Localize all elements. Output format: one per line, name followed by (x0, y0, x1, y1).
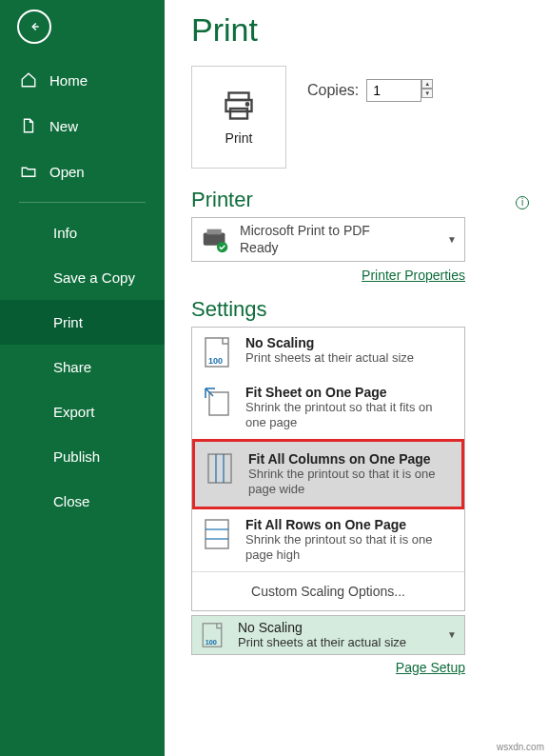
svg-rect-2 (230, 109, 247, 119)
scaling-item-title: No Scaling (245, 335, 414, 350)
nav-divider (19, 202, 146, 203)
print-button-label: Print (225, 130, 253, 146)
nav-open[interactable]: Open (0, 149, 165, 194)
scaling-selected-title: No Scaling (238, 620, 447, 635)
printer-status-icon (200, 227, 232, 253)
svg-rect-5 (207, 229, 222, 234)
nav-export[interactable]: Export (0, 389, 165, 434)
svg-rect-10 (208, 454, 231, 483)
scaling-item-title: Fit All Rows on One Page (245, 517, 455, 532)
nav-close[interactable]: Close (0, 479, 165, 524)
scaling-item-sub: Shrink the printout so that it is one pa… (245, 532, 455, 564)
fit-rows-icon (202, 517, 232, 551)
print-button[interactable]: Print (191, 66, 286, 169)
scaling-item-sub: Shrink the printout so that it fits on o… (245, 400, 455, 431)
scaling-fit-sheet[interactable]: Fit Sheet on One Page Shrink the printou… (192, 377, 464, 439)
scaling-fit-rows[interactable]: Fit All Rows on One Page Shrink the prin… (192, 509, 464, 571)
chevron-down-icon: ▼ (447, 629, 457, 640)
svg-rect-13 (206, 520, 228, 548)
nav-info[interactable]: Info (0, 210, 165, 255)
nav-new-label: New (49, 118, 78, 134)
backstage-sidebar: Home New Open Info Save a Copy Print Sha… (0, 0, 165, 756)
printer-selector[interactable]: Microsoft Print to PDF Ready ▼ (191, 217, 465, 262)
watermark: wsxdn.com (497, 742, 544, 752)
back-button[interactable] (17, 10, 51, 44)
scaling-selected-sub: Print sheets at their actual size (238, 635, 447, 650)
page-setup-link[interactable]: Page Setup (396, 660, 465, 675)
nav-open-label: Open (49, 164, 85, 180)
nav-new[interactable]: New (0, 103, 165, 149)
scaling-menu: 100 No Scaling Print sheets at their act… (191, 327, 465, 611)
page-100-icon: 100 (202, 335, 232, 369)
copies-up[interactable]: ▲ (421, 79, 433, 89)
info-icon[interactable]: i (516, 196, 529, 209)
nav-publish[interactable]: Publish (0, 434, 165, 479)
settings-heading: Settings (191, 297, 529, 322)
fit-sheet-icon (202, 385, 232, 419)
printer-properties-link[interactable]: Printer Properties (362, 268, 465, 283)
nav-share[interactable]: Share (0, 345, 165, 389)
svg-text:100: 100 (208, 356, 223, 366)
copies-down[interactable]: ▼ (421, 89, 433, 98)
nav-save-copy[interactable]: Save a Copy (0, 255, 165, 300)
home-icon (19, 70, 38, 90)
svg-point-3 (246, 103, 248, 105)
arrow-left-icon (28, 20, 41, 33)
fit-columns-icon (205, 451, 235, 486)
print-backstage-content: Print Print Copies: ▲ ▼ Printer i Micros… (165, 0, 548, 756)
printer-icon (222, 89, 256, 123)
scaling-item-title: Fit Sheet on One Page (245, 385, 455, 400)
printer-status: Ready (240, 240, 447, 257)
chevron-down-icon: ▼ (447, 234, 457, 245)
nav-home[interactable]: Home (0, 57, 165, 103)
page-100-icon: 100 (200, 621, 225, 649)
nav-print[interactable]: Print (0, 300, 165, 345)
printer-name: Microsoft Print to PDF (240, 223, 447, 240)
scaling-item-sub: Print sheets at their actual size (245, 350, 414, 366)
copies-input[interactable] (366, 79, 421, 102)
svg-text:100: 100 (206, 637, 217, 646)
page-title: Print (191, 11, 529, 49)
scaling-fit-columns[interactable]: Fit All Columns on One Page Shrink the p… (192, 439, 464, 510)
nav-home-label: Home (49, 72, 88, 89)
printer-heading: Printer (191, 188, 253, 212)
custom-scaling-options[interactable]: Custom Scaling Options... (192, 571, 464, 610)
copies-label: Copies: (307, 82, 359, 99)
file-icon (19, 116, 38, 135)
scaling-item-sub: Shrink the printout so that it is one pa… (248, 467, 452, 498)
folder-open-icon (19, 162, 38, 181)
scaling-item-title: Fit All Columns on One Page (248, 451, 452, 467)
scaling-dropdown[interactable]: 100 No Scaling Print sheets at their act… (191, 615, 465, 655)
scaling-no-scaling[interactable]: 100 No Scaling Print sheets at their act… (192, 328, 464, 377)
